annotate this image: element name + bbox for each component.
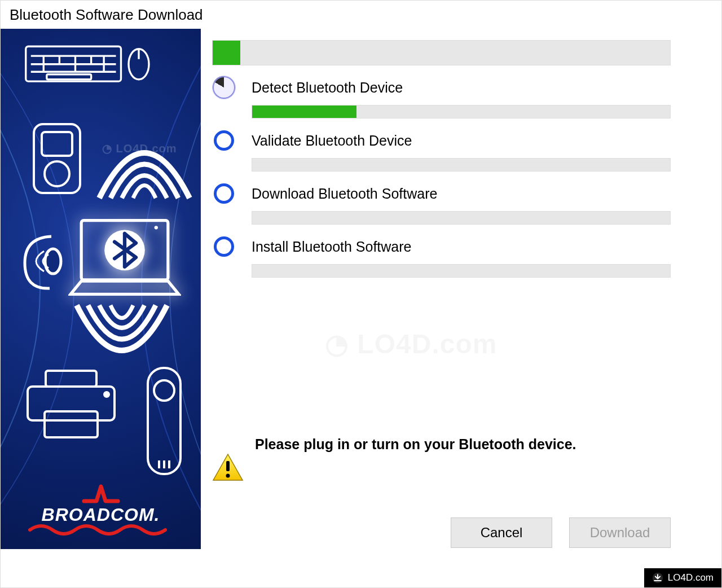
window-body: ◔ LO4D.com (1, 29, 721, 587)
svg-rect-4 (47, 74, 91, 80)
svg-rect-13 (42, 132, 72, 156)
headset-icon (20, 232, 65, 294)
step-detect-fill (252, 106, 356, 118)
main-panel: Detect Bluetooth Device Validate Bluetoo… (201, 29, 721, 587)
step-label: Detect Bluetooth Device (252, 80, 403, 96)
warning-area: Please plug in or turn on your Bluetooth… (212, 436, 671, 481)
remote-icon (144, 365, 184, 477)
cancel-button[interactable]: Cancel (451, 517, 552, 548)
step-detect: Detect Bluetooth Device (212, 76, 671, 99)
printer-icon (23, 367, 119, 441)
installer-window: Bluetooth Software Download ◔ LO4D.com (0, 0, 722, 588)
step-download-progress (252, 211, 671, 225)
signal-arcs-bottom-icon (74, 300, 170, 362)
overall-progress-fill (213, 41, 240, 65)
svg-point-19 (155, 226, 158, 229)
svg-point-31 (226, 474, 230, 478)
step-install-progress (252, 264, 671, 278)
brand-sidebar: ◔ LO4D.com (1, 29, 201, 549)
spinner-icon (212, 76, 236, 99)
step-label: Validate Bluetooth Device (252, 133, 412, 149)
warning-message: Please plug in or turn on your Bluetooth… (255, 436, 576, 453)
step-detect-progress (252, 105, 671, 119)
svg-point-23 (104, 392, 109, 397)
dialog-buttons: Cancel Download (451, 517, 671, 548)
signal-arcs-top-icon (96, 142, 192, 204)
svg-rect-22 (45, 411, 98, 437)
window-title: Bluetooth Software Download (1, 1, 721, 29)
svg-rect-21 (28, 387, 115, 420)
svg-point-25 (154, 380, 174, 401)
step-label: Download Bluetooth Software (252, 186, 437, 202)
svg-rect-20 (46, 371, 96, 387)
svg-rect-24 (148, 368, 180, 474)
overall-progress-bar (212, 40, 671, 65)
step-install: Install Bluetooth Software (212, 235, 671, 258)
svg-point-15 (45, 249, 61, 274)
broadcom-underline-icon (28, 522, 174, 536)
svg-rect-30 (226, 461, 230, 471)
step-validate: Validate Bluetooth Device (212, 129, 671, 152)
laptop-bluetooth-icon (68, 215, 181, 300)
pending-ring-icon (212, 182, 236, 205)
source-site-badge: LO4D.com (644, 568, 721, 587)
pending-ring-icon (212, 129, 236, 152)
download-button[interactable]: Download (569, 517, 671, 548)
step-download: Download Bluetooth Software (212, 182, 671, 205)
mp3-player-icon (32, 122, 82, 195)
svg-marker-17 (71, 281, 179, 294)
broadcom-pulse-icon (45, 484, 157, 507)
source-site-label: LO4D.com (668, 572, 714, 583)
step-label: Install Bluetooth Software (252, 239, 412, 255)
download-icon (652, 572, 663, 583)
warning-icon (212, 453, 244, 481)
pending-ring-icon (212, 235, 236, 258)
watermark-large: ◔ LO4D.com (325, 328, 497, 359)
svg-point-14 (45, 161, 69, 186)
step-validate-progress (252, 158, 671, 172)
vendor-logo: BROADCOM. (1, 484, 201, 538)
keyboard-icon (23, 40, 153, 91)
